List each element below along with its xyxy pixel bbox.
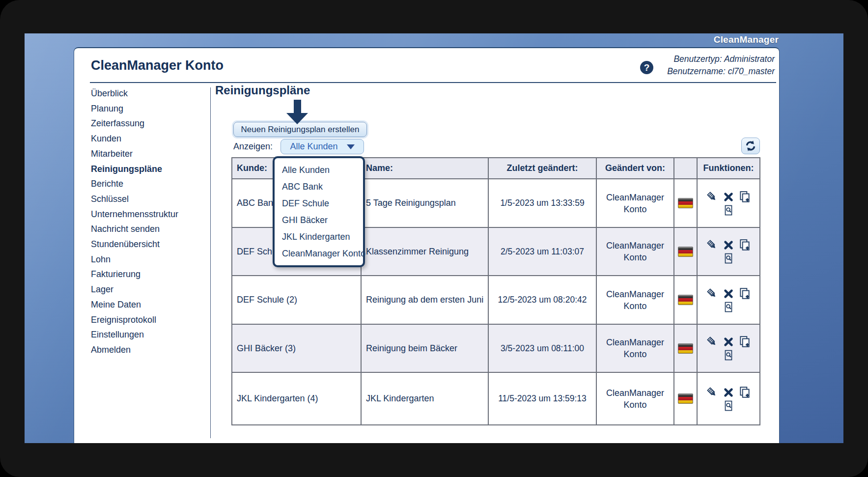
dropdown-option-def-schule[interactable]: DEF Schule	[275, 195, 363, 212]
preview-magnifier-icon[interactable]	[723, 204, 734, 216]
german-flag-icon	[678, 198, 693, 208]
filter-label: Anzeigen:	[233, 141, 273, 152]
german-flag-icon	[678, 247, 693, 257]
help-icon[interactable]: ?	[640, 61, 653, 74]
copy-plus-icon[interactable]	[738, 287, 751, 300]
sidebar-item-lager[interactable]: Lager	[91, 282, 209, 297]
edit-pen-icon[interactable]	[706, 191, 719, 203]
sidebar-item-berichte[interactable]: Berichte	[91, 176, 209, 192]
sidebar-item-kunden[interactable]: Kunden	[91, 131, 209, 146]
cell-geaendert-von: CleanManager Konto	[596, 227, 674, 276]
sidebar-item-lohn[interactable]: Lohn	[91, 252, 209, 267]
cell-zuletzt-geaendert: 2/5-2023 um 11:03:07	[488, 227, 596, 276]
cell-language	[674, 324, 697, 372]
column-header-name: Name:	[361, 158, 488, 179]
column-header-zuletzt-geaendert: Zuletzt geändert:	[488, 158, 596, 179]
copy-plus-icon[interactable]	[738, 386, 751, 399]
german-flag-icon	[678, 343, 693, 354]
sidebar-item-schluessel[interactable]: Schlüssel	[91, 192, 209, 207]
sidebar-nav: Überblick Planung Zeiterfassung Kunden M…	[91, 86, 209, 358]
dropdown-option-alle-kunden[interactable]: Alle Kunden	[275, 162, 363, 178]
column-header-flag	[674, 158, 697, 179]
refresh-icon	[745, 140, 756, 152]
table-row: GHI Bäcker (3) Reinigung beim Bäcker 3/5…	[232, 324, 760, 372]
cell-kunde: GHI Bäcker (3)	[232, 324, 361, 372]
sidebar-item-abmelden[interactable]: Abmelden	[91, 342, 209, 358]
dropdown-option-ghi-baecker[interactable]: GHI Bäcker	[275, 212, 363, 228]
section-heading: Reinigungspläne	[215, 84, 310, 97]
dropdown-option-jkl-kindergarten[interactable]: JKL Kindergarten	[275, 228, 363, 245]
cell-geaendert-von: CleanManager Konto	[596, 324, 674, 372]
cell-kunde: DEF Schule (2)	[232, 276, 361, 324]
sidebar-item-planung[interactable]: Planung	[91, 101, 209, 116]
cell-name: 5 Tage Reinigungsplan	[361, 179, 488, 227]
sidebar-item-fakturierung[interactable]: Fakturierung	[91, 267, 209, 282]
cell-zuletzt-geaendert: 12/5-2023 um 08:20:42	[488, 276, 596, 324]
copy-plus-icon[interactable]	[738, 336, 751, 348]
copy-plus-icon[interactable]	[738, 191, 751, 203]
dropdown-option-cleanmanager-konto[interactable]: CleanManager Konto	[275, 245, 363, 262]
table-row: JKL Kindergarten (4) JKL Kindergarten 11…	[232, 372, 760, 425]
german-flag-icon	[678, 295, 693, 305]
preview-magnifier-icon[interactable]	[723, 253, 734, 264]
column-header-funktionen: Funktionen:	[697, 158, 760, 179]
edit-pen-icon[interactable]	[706, 287, 719, 300]
device-frame: CleanManager CleanManager Konto ? Benutz…	[0, 0, 868, 477]
sidebar-item-mitarbeiter[interactable]: Mitarbeiter	[91, 146, 209, 162]
delete-x-icon[interactable]	[723, 192, 734, 202]
cell-kunde: JKL Kindergarten (4)	[232, 372, 361, 425]
column-header-geaendert-von: Geändert von:	[596, 158, 674, 179]
cell-funktionen	[697, 324, 760, 372]
table-row: DEF Schule (2) Reinigung ab dem ersten J…	[232, 276, 760, 324]
brand-logo: CleanManager	[714, 34, 779, 45]
german-flag-icon	[678, 393, 693, 404]
sidebar-item-meine-daten[interactable]: Meine Daten	[91, 297, 209, 312]
sidebar-item-einstellungen[interactable]: Einstellungen	[91, 327, 209, 342]
big-down-arrow	[294, 100, 301, 113]
cell-language	[674, 227, 697, 276]
chevron-down-icon	[347, 144, 355, 149]
customer-filter-select[interactable]: Alle Kunden	[280, 139, 364, 154]
user-info: Benutzertyp: Administrator Benutzername:…	[667, 53, 775, 78]
filter-selected-value: Alle Kunden	[290, 141, 337, 152]
edit-pen-icon[interactable]	[706, 239, 719, 252]
sidebar-item-unternehmensstruktur[interactable]: Unternehmensstruktur	[91, 207, 209, 222]
sidebar-item-ueberblick[interactable]: Überblick	[91, 86, 209, 101]
cell-name: Reinigung beim Bäcker	[361, 324, 488, 372]
edit-pen-icon[interactable]	[706, 386, 719, 399]
edit-pen-icon[interactable]	[706, 336, 719, 348]
cell-language	[674, 179, 697, 227]
cell-zuletzt-geaendert: 11/5-2023 um 13:59:13	[488, 372, 596, 425]
big-down-arrow-head	[286, 113, 308, 124]
refresh-button[interactable]	[741, 138, 760, 154]
sidebar-item-nachricht-senden[interactable]: Nachricht senden	[91, 222, 209, 237]
sidebar-item-reinigungsplaene[interactable]: Reinigungspläne	[91, 162, 209, 177]
user-type: Benutzertyp: Administrator	[667, 53, 775, 65]
cell-name: JKL Kindergarten	[361, 372, 488, 425]
cell-name: Klassenzimmer Reinigung	[361, 227, 488, 276]
copy-plus-icon[interactable]	[738, 239, 751, 252]
preview-magnifier-icon[interactable]	[723, 400, 734, 412]
cell-geaendert-von: CleanManager Konto	[596, 372, 674, 425]
cell-zuletzt-geaendert: 1/5-2023 um 13:33:59	[488, 179, 596, 227]
sidebar-item-stundenuebersicht[interactable]: Stundenübersicht	[91, 237, 209, 252]
delete-x-icon[interactable]	[723, 387, 734, 398]
user-name: Benutzername: cl70_master	[667, 65, 775, 78]
cell-name: Reinigung ab dem ersten Juni	[361, 276, 488, 324]
header-divider	[90, 82, 776, 83]
preview-magnifier-icon[interactable]	[723, 349, 734, 361]
cell-funktionen	[697, 227, 760, 276]
sidebar-item-zeiterfassung[interactable]: Zeiterfassung	[91, 116, 209, 131]
dropdown-option-abc-bank[interactable]: ABC Bank	[275, 178, 363, 195]
app-window: CleanManager Konto ? Benutzertyp: Admini…	[74, 47, 780, 443]
cell-language	[674, 276, 697, 324]
delete-x-icon[interactable]	[723, 337, 734, 347]
sidebar-divider	[210, 87, 211, 438]
customer-filter-dropdown: Alle Kunden ABC Bank DEF Schule GHI Bäck…	[273, 156, 365, 267]
sidebar-item-ereignisprotokoll[interactable]: Ereignisprotokoll	[91, 312, 209, 328]
cell-geaendert-von: CleanManager Konto	[596, 276, 674, 324]
delete-x-icon[interactable]	[723, 288, 734, 299]
cell-funktionen	[697, 276, 760, 324]
preview-magnifier-icon[interactable]	[723, 301, 734, 313]
delete-x-icon[interactable]	[723, 240, 734, 251]
